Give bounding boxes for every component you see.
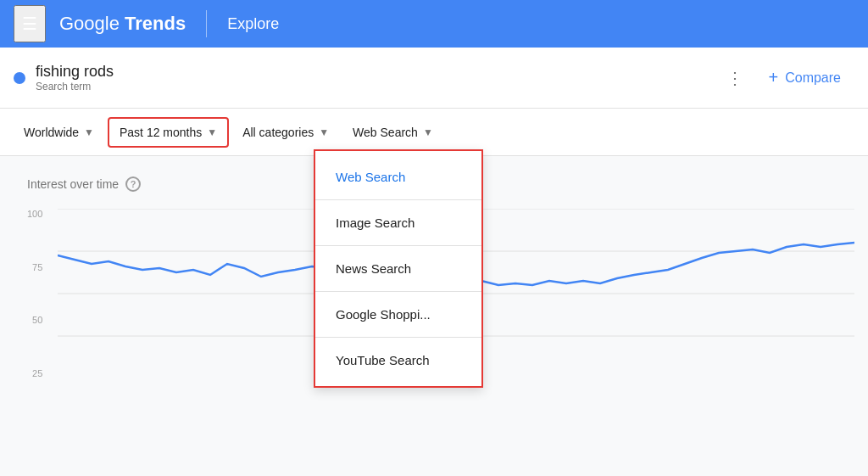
explore-label: Explore xyxy=(227,15,279,33)
categories-chevron-icon: ▼ xyxy=(319,126,329,138)
y-axis-label: 25 xyxy=(27,368,49,378)
search-type-chevron-icon: ▼ xyxy=(423,126,433,138)
term-color-indicator xyxy=(14,72,25,84)
dropdown-divider-1 xyxy=(315,245,481,246)
app-header: ☰ Google Trends Explore xyxy=(0,0,868,48)
dropdown-item-web-search[interactable]: Web Search xyxy=(315,158,481,196)
categories-label: All categories xyxy=(242,126,314,139)
dropdown-item-4[interactable]: YouTube Search xyxy=(315,341,481,379)
time-chevron-icon: ▼ xyxy=(207,126,217,138)
compare-button[interactable]: + Compare xyxy=(755,61,855,94)
logo-text: Google Trends xyxy=(59,13,186,35)
search-type-dropdown: Web SearchImage SearchNews SearchGoogle … xyxy=(314,149,483,388)
filter-bar: Worldwide ▼ Past 12 months ▼ All categor… xyxy=(0,109,868,156)
dropdown-item-3[interactable]: Google Shoppi... xyxy=(315,295,481,333)
dropdown-item-1[interactable]: Image Search xyxy=(315,204,481,242)
categories-filter[interactable]: All categories ▼ xyxy=(232,119,339,146)
dropdown-divider-3 xyxy=(315,337,481,338)
search-type-label: Web Search xyxy=(353,126,418,139)
dropdown-divider-2 xyxy=(315,291,481,292)
worldwide-chevron-icon: ▼ xyxy=(84,126,94,138)
time-label: Past 12 months xyxy=(120,126,202,139)
worldwide-label: Worldwide xyxy=(24,126,79,139)
search-term-info: fishing rods Search term xyxy=(36,63,114,92)
time-filter[interactable]: Past 12 months ▼ xyxy=(108,117,229,148)
y-axis-label: 100 xyxy=(27,209,49,219)
menu-icon[interactable]: ☰ xyxy=(14,5,46,42)
header-divider xyxy=(206,10,207,37)
y-axis-label: 50 xyxy=(27,315,49,325)
y-axis: 100755025 xyxy=(27,209,49,395)
dropdown-item-2[interactable]: News Search xyxy=(315,249,481,288)
dropdown-divider xyxy=(315,199,481,200)
worldwide-filter[interactable]: Worldwide ▼ xyxy=(14,119,104,146)
more-options-button[interactable]: ⋮ xyxy=(716,61,755,95)
search-term-container: fishing rods Search term xyxy=(14,63,716,92)
y-axis-label: 75 xyxy=(27,262,49,272)
search-type-filter[interactable]: Web Search ▼ xyxy=(342,119,443,146)
search-term-name: fishing rods xyxy=(36,63,114,81)
help-icon[interactable]: ? xyxy=(125,176,141,192)
compare-label: Compare xyxy=(785,70,841,86)
compare-plus-icon: + xyxy=(769,68,779,87)
chart-title-text: Interest over time xyxy=(27,177,119,191)
search-bar: fishing rods Search term ⋮ + Compare xyxy=(0,48,868,109)
app-logo: Google Trends xyxy=(59,13,186,35)
search-term-type: Search term xyxy=(36,81,114,92)
